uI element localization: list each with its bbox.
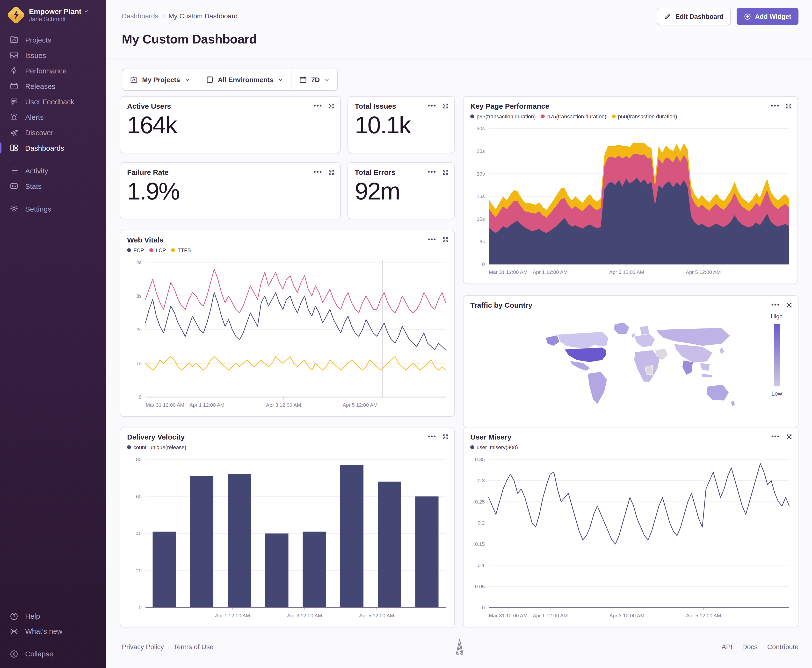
legend-item[interactable]: p95(transaction.duration) (470, 114, 536, 119)
footer-link[interactable]: Privacy Policy (122, 643, 164, 651)
key-page-performance-chart[interactable]: 05s10s15s20s25s30sMar 31 12:00 AMApr 1 1… (467, 124, 793, 282)
sidebar-item-discover[interactable]: Discover (0, 125, 106, 140)
widget-menu-button[interactable]: ••• (428, 432, 437, 441)
sidebar-item-dashboards[interactable]: Dashboards (0, 140, 106, 155)
sidebar-item-settings[interactable]: Settings (0, 201, 106, 216)
footer-link[interactable]: Terms of Use (174, 643, 213, 651)
widget-key-page-performance: Key Page Performance ••• p95(transaction… (463, 96, 798, 284)
map-region-new_zealand[interactable] (731, 401, 735, 406)
legend-item[interactable]: p75(transaction.duration) (541, 114, 606, 119)
widget-menu-button[interactable]: ••• (428, 235, 437, 244)
map-region-india[interactable] (682, 360, 693, 375)
map-region-japan[interactable] (720, 347, 724, 354)
chart-legend: FCPLCPTTFB (127, 247, 191, 253)
svg-text:20s: 20s (477, 171, 485, 177)
map-region-scandinavia[interactable] (640, 326, 650, 335)
widget-menu-button[interactable]: ••• (771, 102, 780, 110)
footer-link[interactable]: Contribute (767, 643, 799, 651)
widget-expand-button[interactable] (442, 434, 449, 440)
widget-expand-button[interactable] (785, 103, 792, 109)
chevron-down-icon (84, 9, 89, 14)
widget-title: User Misery (470, 433, 511, 441)
svg-text:60: 60 (136, 494, 142, 499)
world-map[interactable] (536, 317, 739, 418)
widget-menu-button[interactable]: ••• (772, 301, 780, 309)
legend-item[interactable]: user_misery(300) (470, 444, 518, 450)
svg-text:1s: 1s (136, 361, 142, 366)
map-region-south_america[interactable] (588, 372, 607, 404)
sidebar-item-releases[interactable]: Releases (0, 78, 106, 94)
svg-text:0.25: 0.25 (475, 499, 485, 504)
web-vitals-chart[interactable]: 01s2s3s4sMar 31 12:00 AMApr 1 12:00 AMAp… (124, 257, 449, 414)
map-region-usa[interactable] (564, 347, 606, 362)
map-region-alaska[interactable] (546, 335, 560, 346)
legend-item[interactable]: count_unique(release) (127, 444, 186, 450)
widget-menu-button[interactable]: ••• (314, 168, 322, 176)
sidebar-item-stats[interactable]: Stats (0, 178, 106, 194)
sidebar-item-whats-new[interactable]: What's new (0, 624, 106, 638)
sidebar-item-alerts[interactable]: Alerts (0, 109, 106, 125)
delivery-velocity-chart[interactable]: 020406080Apr 1 12:00 AMApr 3 12:00 AMApr… (124, 454, 449, 625)
widget-expand-button[interactable] (328, 103, 335, 109)
svg-text:Apr 1 12:00 AM: Apr 1 12:00 AM (533, 613, 568, 618)
widget-menu-button[interactable]: ••• (772, 432, 780, 441)
edit-dashboard-button[interactable]: Edit Dashboard (657, 8, 731, 25)
map-region-canada[interactable] (558, 332, 608, 349)
map-legend-low: Low (767, 390, 786, 397)
sidebar-item-issues[interactable]: Issues (0, 47, 106, 63)
map-region-indonesia[interactable] (701, 374, 713, 378)
legend-item[interactable]: TTFB (171, 247, 191, 253)
sidebar-item-projects[interactable]: Projects (0, 32, 106, 47)
environments-filter[interactable]: All Environments (198, 69, 291, 90)
stat-value: 164k (127, 111, 177, 139)
legend-item[interactable]: FCP (127, 247, 144, 253)
widget-expand-button[interactable] (786, 434, 792, 440)
map-legend-high: High (767, 313, 786, 320)
breadcrumb-dashboards[interactable]: Dashboards (122, 12, 158, 20)
org-switcher[interactable]: Empower Plant Jane Schmidt (0, 0, 106, 28)
svg-text:Apr 1 12:00 AM: Apr 1 12:00 AM (215, 613, 250, 618)
widget-expand-button[interactable] (442, 236, 449, 243)
legend-item[interactable]: p50(transaction.duration) (612, 114, 677, 119)
widget-expand-button[interactable] (786, 302, 792, 308)
widget-expand-button[interactable] (442, 169, 449, 175)
breadcrumb-separator-icon: › (162, 12, 164, 20)
sidebar-item-label: What's new (25, 627, 62, 635)
releases-icon (10, 82, 18, 90)
collapse-icon (10, 650, 18, 658)
map-region-russia[interactable] (656, 328, 730, 346)
map-region-australia[interactable] (707, 384, 729, 401)
sidebar-item-user-feedback[interactable]: User Feedback (0, 94, 106, 109)
svg-text:Apr 3 12:00 AM: Apr 3 12:00 AM (609, 613, 645, 618)
widget-menu-button[interactable]: ••• (428, 168, 437, 176)
svg-text:30s: 30s (477, 125, 485, 131)
sidebar-nav: ProjectsIssuesPerformanceReleasesUser Fe… (0, 28, 106, 216)
page-footer: Privacy PolicyTerms of Use APIDocsContri… (106, 632, 812, 668)
add-widget-button[interactable]: Add Widget (737, 8, 799, 25)
widget-menu-button[interactable]: ••• (428, 102, 437, 110)
widget-expand-button[interactable] (328, 169, 335, 175)
chevron-down-icon (278, 77, 283, 82)
footer-link[interactable]: Docs (742, 643, 758, 651)
svg-text:0.3: 0.3 (478, 478, 485, 483)
settings-icon (10, 204, 18, 213)
map-region-greenland[interactable] (614, 322, 629, 334)
sidebar-item-collapse[interactable]: Collapse (0, 646, 106, 661)
sidebar-item-performance[interactable]: Performance (0, 63, 106, 78)
sidebar-item-activity[interactable]: Activity (0, 163, 106, 178)
widget-expand-button[interactable] (442, 103, 449, 109)
map-region-africa_central[interactable] (645, 366, 653, 375)
sidebar-item-label: User Feedback (25, 97, 74, 105)
date-range-filter[interactable]: 7D (291, 69, 337, 90)
user-misery-chart[interactable]: 00.050.10.150.20.250.30.35Mar 31 12:00 A… (467, 454, 793, 625)
widget-menu-button[interactable]: ••• (314, 102, 322, 110)
legend-item[interactable]: LCP (149, 247, 166, 253)
map-region-se_asia[interactable] (700, 363, 710, 371)
sidebar-item-help[interactable]: Help (0, 609, 106, 624)
projects-filter[interactable]: My Projects (122, 69, 198, 90)
footer-link[interactable]: API (722, 643, 732, 651)
svg-text:Apr 3 12:00 AM: Apr 3 12:00 AM (609, 269, 644, 275)
map-region-central_asia[interactable] (674, 344, 713, 363)
map-region-europe[interactable] (634, 334, 655, 347)
map-region-mexico[interactable] (570, 361, 590, 371)
